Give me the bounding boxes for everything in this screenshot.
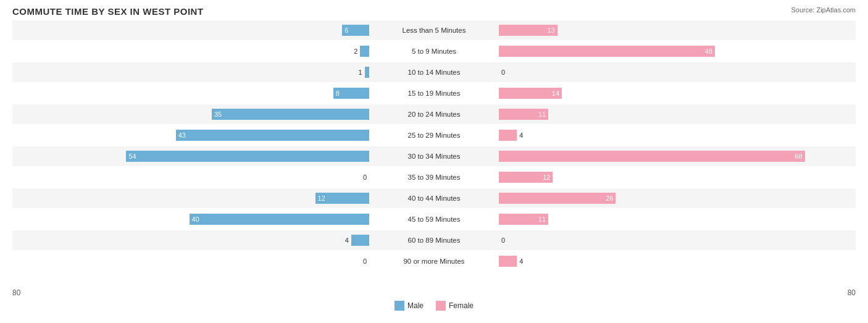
- male-bar: 54: [126, 151, 369, 162]
- male-value: 6: [344, 27, 348, 34]
- female-value: 4: [519, 132, 523, 139]
- chart-row: 35 to 39 Minutes012: [12, 167, 856, 187]
- male-value: 35: [214, 111, 222, 118]
- chart-row: 40 to 44 Minutes1226: [12, 188, 856, 208]
- axis-right: 80: [848, 288, 856, 297]
- female-bar: 68: [499, 151, 805, 162]
- female-value: 14: [552, 90, 559, 97]
- female-bar: 14: [499, 88, 562, 99]
- female-value: 11: [538, 111, 546, 118]
- female-value: 11: [538, 216, 546, 223]
- chart-row: 90 or more Minutes04: [12, 251, 856, 271]
- female-bar: 4: [499, 256, 517, 267]
- legend-female-box: [436, 301, 446, 311]
- female-bar: 11: [499, 214, 548, 225]
- male-value: 54: [128, 153, 136, 160]
- female-value: 12: [543, 174, 550, 181]
- male-value: 1: [359, 69, 362, 76]
- legend-male: Male: [394, 301, 424, 311]
- axis-left: 80: [12, 288, 20, 297]
- male-bar: 35: [212, 109, 369, 120]
- male-value-zero: 0: [363, 174, 367, 181]
- male-value: 8: [336, 90, 340, 97]
- female-value: 13: [547, 27, 554, 34]
- male-bar: 4: [351, 235, 369, 246]
- chart-title: COMMUTE TIME BY SEX IN WEST POINT: [12, 6, 856, 17]
- male-bar: 40: [190, 214, 370, 225]
- row-label: 35 to 39 Minutes: [372, 174, 496, 181]
- row-label: 90 or more Minutes: [372, 258, 496, 265]
- male-value: 4: [345, 237, 349, 244]
- male-bar: 6: [342, 25, 369, 36]
- male-bar: 1: [365, 67, 369, 78]
- female-bar: 12: [499, 172, 553, 183]
- chart-row: 5 to 9 Minutes248: [12, 41, 856, 61]
- female-bar: 4: [499, 130, 517, 141]
- male-bar: 8: [333, 88, 369, 99]
- source-text: Source: ZipAtlas.com: [791, 6, 856, 14]
- row-label: 15 to 19 Minutes: [372, 90, 496, 97]
- chart-row: 45 to 59 Minutes4011: [12, 209, 856, 229]
- male-bar: 2: [360, 46, 369, 57]
- legend-female-label: Female: [449, 301, 474, 310]
- chart-row: 10 to 14 Minutes10: [12, 62, 856, 82]
- male-value: 43: [178, 132, 186, 139]
- row-label: 20 to 24 Minutes: [372, 111, 496, 118]
- chart-row: 60 to 89 Minutes40: [12, 230, 856, 250]
- legend-male-box: [394, 301, 404, 311]
- row-label: 30 to 34 Minutes: [372, 153, 496, 160]
- chart-row: 30 to 34 Minutes5468: [12, 146, 856, 166]
- female-value: 4: [519, 258, 523, 265]
- female-bar: 26: [499, 193, 616, 204]
- chart-area: Less than 5 Minutes6135 to 9 Minutes2481…: [12, 20, 856, 286]
- female-value-zero: 0: [501, 237, 505, 244]
- row-label: 45 to 59 Minutes: [372, 216, 496, 223]
- legend-female: Female: [436, 301, 474, 311]
- axis-labels: 80 80: [12, 288, 856, 297]
- row-label: 40 to 44 Minutes: [372, 195, 496, 202]
- male-value: 2: [354, 48, 357, 55]
- row-label: Less than 5 Minutes: [372, 27, 496, 34]
- male-value: 40: [192, 216, 199, 223]
- female-value: 26: [606, 195, 613, 202]
- male-bar: 43: [176, 130, 369, 141]
- legend: Male Female: [12, 301, 856, 311]
- chart-row: 20 to 24 Minutes3511: [12, 104, 856, 124]
- legend-male-label: Male: [407, 301, 424, 310]
- male-value: 12: [318, 195, 325, 202]
- female-bar: 48: [499, 46, 715, 57]
- female-value-zero: 0: [501, 69, 505, 76]
- male-bar: 12: [315, 193, 369, 204]
- chart-row: 15 to 19 Minutes814: [12, 83, 856, 103]
- female-bar: 11: [499, 109, 548, 120]
- female-value: 68: [795, 153, 802, 160]
- chart-row: Less than 5 Minutes613: [12, 20, 856, 40]
- female-bar: 13: [499, 25, 557, 36]
- row-label: 25 to 29 Minutes: [372, 132, 496, 139]
- row-label: 10 to 14 Minutes: [372, 69, 496, 76]
- female-value: 48: [705, 48, 712, 55]
- row-label: 60 to 89 Minutes: [372, 237, 496, 244]
- row-label: 5 to 9 Minutes: [372, 48, 496, 55]
- chart-container: COMMUTE TIME BY SEX IN WEST POINT Source…: [0, 0, 868, 323]
- male-value-zero: 0: [363, 258, 367, 265]
- chart-row: 25 to 29 Minutes434: [12, 125, 856, 145]
